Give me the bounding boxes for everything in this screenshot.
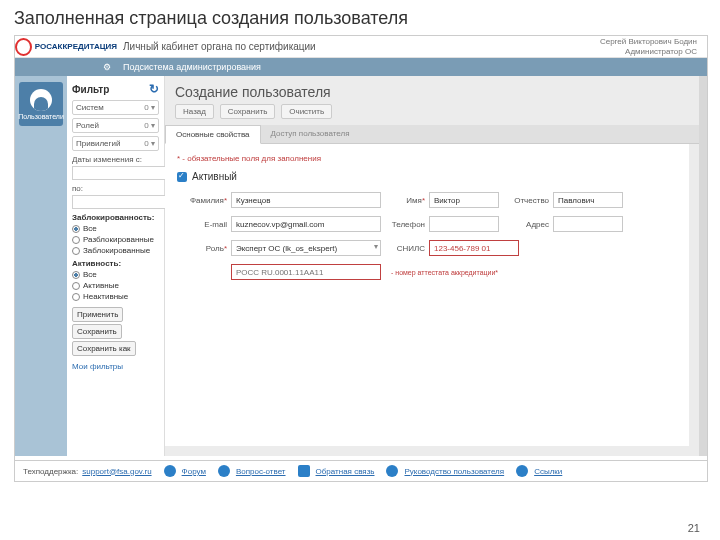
filter-systems[interactable]: Систем0 ▾ bbox=[72, 100, 159, 115]
save-as-button[interactable]: Сохранить как bbox=[72, 341, 136, 356]
clear-button[interactable]: Очистить bbox=[281, 104, 332, 119]
active-label: Активный bbox=[192, 171, 237, 182]
left-rail: Пользователи bbox=[15, 76, 67, 456]
links-link[interactable]: Ссылки bbox=[534, 467, 562, 476]
app-window: РОСАККРЕДИТАЦИЯ Личный кабинет органа по… bbox=[14, 35, 708, 482]
scrollbar[interactable] bbox=[699, 76, 707, 456]
manual-link[interactable]: Руководство пользователя bbox=[404, 467, 504, 476]
forum-link[interactable]: Форум bbox=[182, 467, 206, 476]
admin-icon: ⚙ bbox=[15, 62, 117, 72]
tab-main-props[interactable]: Основные свойства bbox=[165, 125, 261, 144]
radio-inactive[interactable]: Неактивные bbox=[72, 292, 159, 301]
email-input[interactable] bbox=[231, 216, 381, 232]
required-note: * - обязательные поля для заполнения bbox=[177, 154, 677, 163]
address-label: Адрес bbox=[503, 220, 549, 229]
app-body: Пользователи Фильтр ↻ Систем0 ▾ Ролей0 ▾… bbox=[15, 76, 707, 456]
header-user: Сергей Викторович Бодин Администратор ОС bbox=[600, 37, 707, 56]
snils-input[interactable] bbox=[429, 240, 519, 256]
date-from-label: Даты изменения с: bbox=[72, 155, 159, 164]
address-input[interactable] bbox=[553, 216, 623, 232]
faq-link[interactable]: Вопрос-ответ bbox=[236, 467, 286, 476]
active-title: Активность: bbox=[72, 259, 159, 268]
page-number: 21 bbox=[688, 522, 700, 534]
feedback-icon bbox=[298, 465, 310, 477]
logo: РОСАККРЕДИТАЦИЯ bbox=[15, 38, 117, 56]
forum-icon bbox=[164, 465, 176, 477]
attestat-input[interactable] bbox=[231, 264, 381, 280]
subheader-text: Подсистема администрирования bbox=[117, 62, 261, 72]
save-user-button[interactable]: Сохранить bbox=[220, 104, 276, 119]
phone-label: Телефон bbox=[385, 220, 425, 229]
toolbar: Назад Сохранить Очистить bbox=[165, 104, 699, 119]
phone-input[interactable] bbox=[429, 216, 499, 232]
radio-unblocked[interactable]: Разблокированные bbox=[72, 235, 159, 244]
links-icon bbox=[516, 465, 528, 477]
my-filters-link[interactable]: Мои фильтры bbox=[72, 362, 159, 371]
feedback-link[interactable]: Обратная связь bbox=[316, 467, 375, 476]
patronymic-input[interactable] bbox=[553, 192, 623, 208]
tabs: Основные свойства Доступ пользователя bbox=[165, 125, 699, 144]
tab-access[interactable]: Доступ пользователя bbox=[261, 125, 360, 143]
user-name: Сергей Викторович Бодин bbox=[600, 37, 697, 47]
main-panel: Создание пользователя Назад Сохранить Оч… bbox=[165, 76, 699, 456]
filter-title: Фильтр bbox=[72, 84, 109, 95]
radio-active[interactable]: Активные bbox=[72, 281, 159, 290]
back-button[interactable]: Назад bbox=[175, 104, 214, 119]
rail-users[interactable]: Пользователи bbox=[19, 82, 63, 126]
filter-sidebar: Фильтр ↻ Систем0 ▾ Ролей0 ▾ Привилегий0 … bbox=[67, 76, 165, 456]
support-email[interactable]: support@fsa.gov.ru bbox=[82, 467, 151, 476]
page-title: Создание пользователя bbox=[165, 76, 699, 104]
filter-roles[interactable]: Ролей0 ▾ bbox=[72, 118, 159, 133]
app-header: РОСАККРЕДИТАЦИЯ Личный кабинет органа по… bbox=[15, 36, 707, 58]
attestat-note: - номер аттестата аккредитации* bbox=[391, 269, 498, 276]
date-to-label: по: bbox=[72, 184, 159, 193]
surname-label: Фамилия bbox=[177, 196, 227, 205]
faq-icon bbox=[218, 465, 230, 477]
radio-blocked-all[interactable]: Все bbox=[72, 224, 159, 233]
save-button[interactable]: Сохранить bbox=[72, 324, 122, 339]
role-label: Роль bbox=[177, 244, 227, 253]
subheader: ⚙ Подсистема администрирования bbox=[15, 58, 707, 76]
snils-label: СНИЛС bbox=[385, 244, 425, 253]
support-label: Техподдержка: bbox=[23, 467, 78, 476]
radio-active-all[interactable]: Все bbox=[72, 270, 159, 279]
active-checkbox[interactable] bbox=[177, 172, 187, 182]
user-form: * - обязательные поля для заполнения Акт… bbox=[165, 144, 689, 446]
role-select[interactable]: ▾ bbox=[231, 240, 381, 256]
refresh-icon[interactable]: ↻ bbox=[149, 82, 159, 96]
slide-title: Заполненная страница создания пользовате… bbox=[0, 0, 720, 35]
patronymic-label: Отчество bbox=[503, 196, 549, 205]
radio-blocked[interactable]: Заблокированные bbox=[72, 246, 159, 255]
surname-input[interactable] bbox=[231, 192, 381, 208]
email-label: E-mail bbox=[177, 220, 227, 229]
header-title: Личный кабинет органа по сертификации bbox=[117, 41, 600, 52]
blocked-title: Заблокированность: bbox=[72, 213, 159, 222]
footer: Техподдержка: support@fsa.gov.ru Форум В… bbox=[15, 460, 707, 481]
chevron-down-icon: ▾ bbox=[374, 242, 378, 251]
rail-label: Пользователи bbox=[18, 113, 64, 120]
filter-privileges[interactable]: Привилегий0 ▾ bbox=[72, 136, 159, 151]
name-label: Имя bbox=[385, 196, 425, 205]
apply-button[interactable]: Применить bbox=[72, 307, 123, 322]
user-role: Администратор ОС bbox=[600, 47, 697, 57]
manual-icon bbox=[386, 465, 398, 477]
name-input[interactable] bbox=[429, 192, 499, 208]
user-icon bbox=[30, 89, 52, 111]
